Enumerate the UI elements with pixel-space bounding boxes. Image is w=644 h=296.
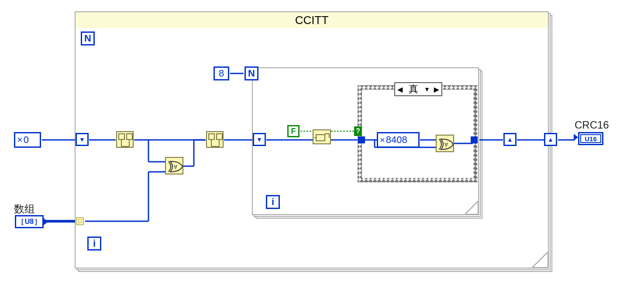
outer-i-terminal: i <box>87 237 101 251</box>
svg-rect-35 <box>217 134 222 139</box>
svg-rect-34 <box>209 134 214 139</box>
initial-prefix: × <box>17 134 23 146</box>
boolean-false-constant[interactable]: F <box>287 125 300 137</box>
inner-shift-register-left[interactable]: ▼ <box>253 133 266 146</box>
auto-index-tunnel <box>76 217 84 225</box>
svg-text:∀: ∀ <box>444 142 448 148</box>
array-control[interactable]: [ U8 ] <box>15 215 44 228</box>
xor-node-1[interactable]: ∀ <box>165 157 183 174</box>
frame-title: CCITT <box>76 12 548 28</box>
case-selector[interactable]: ◀ 真 ▼ ◀ <box>394 82 442 96</box>
svg-rect-28 <box>119 134 124 139</box>
split-number-2[interactable] <box>206 131 224 148</box>
outer-n-terminal: N <box>81 31 95 45</box>
initial-number: 0 <box>24 134 29 146</box>
svg-text:∀: ∀ <box>174 164 178 170</box>
case-prev-arrow[interactable]: ◀ <box>395 85 405 94</box>
constant-8[interactable]: 8 <box>214 66 229 80</box>
constant-8408[interactable]: × 8408 <box>377 132 420 148</box>
inner-n-terminal: N <box>245 66 258 80</box>
svg-rect-29 <box>127 134 132 139</box>
constant-initial-value[interactable]: × 0 <box>14 132 41 148</box>
rotate-shift-node[interactable] <box>313 129 331 144</box>
case-next-arrow[interactable]: ◀ <box>432 85 441 94</box>
inner-i-terminal: i <box>266 195 280 209</box>
split-number-1[interactable] <box>116 131 134 148</box>
array-control-out-arrow <box>44 218 48 225</box>
case-tunnel-left <box>358 136 365 143</box>
svg-rect-39 <box>316 135 325 141</box>
block-diagram-canvas: CCITT N i N 8 i ◀ 真 ▼ ◀ <box>0 0 644 296</box>
xor-node-2[interactable]: ∀ <box>436 135 454 152</box>
output-in-arrow <box>574 134 578 141</box>
case-selector-terminal: ? <box>354 126 362 136</box>
output-indicator[interactable]: U16 <box>578 132 603 145</box>
output-indicator-label: CRC16 <box>575 119 609 131</box>
outer-shift-register-left[interactable]: ▼ <box>76 133 89 146</box>
case-tunnel-right <box>471 136 478 143</box>
outer-shift-register-right[interactable]: ▲ <box>544 133 557 146</box>
case-dropdown-arrow[interactable]: ▼ <box>422 86 432 93</box>
case-selector-label: 真 <box>405 83 422 96</box>
frame-corner-fold <box>532 252 548 268</box>
array-control-label: 数组 <box>14 202 35 216</box>
inner-corner-fold <box>465 201 478 214</box>
inner-shift-register-right[interactable]: ▲ <box>503 133 517 146</box>
